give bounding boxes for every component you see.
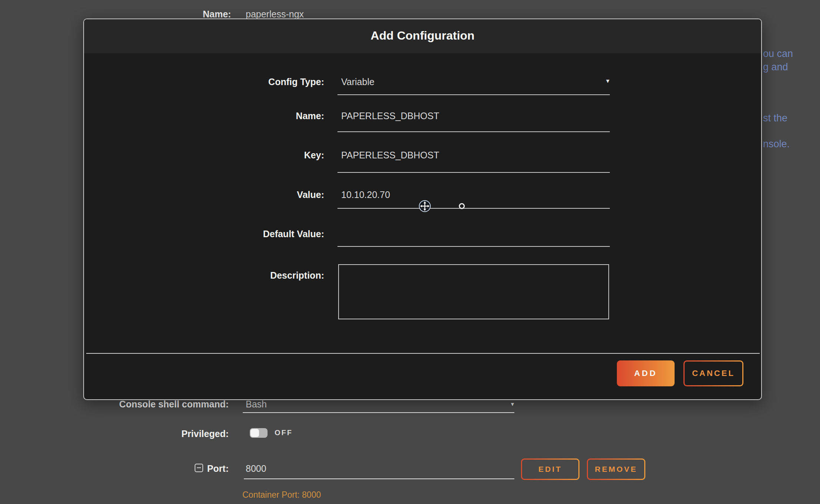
help-text-fragment: g and — [763, 61, 788, 73]
container-name-label: Name: — [203, 9, 231, 20]
default-value-underline — [337, 246, 610, 247]
toggle-knob — [251, 429, 259, 437]
help-text-fragment: ou can — [763, 48, 793, 60]
port-label: Port: — [96, 463, 229, 474]
value-label: Value: — [175, 189, 324, 200]
cancel-button[interactable]: CANCEL — [683, 360, 743, 386]
value-input[interactable]: 10.10.20.70 — [341, 189, 390, 200]
config-type-select[interactable]: Variable — [341, 77, 374, 87]
console-shell-command-select[interactable]: Bash — [246, 399, 267, 410]
console-shell-command-label: Console shell command: — [96, 399, 229, 410]
name-label: Name: — [175, 111, 324, 121]
port-field-underline — [244, 478, 514, 479]
default-value-label: Default Value: — [175, 229, 324, 239]
edit-button[interactable]: EDIT — [521, 458, 579, 480]
container-port-note: Container Port: 8000 — [242, 490, 321, 500]
help-text-fragment: st the — [763, 112, 787, 124]
chevron-down-icon[interactable]: ▼ — [510, 401, 515, 407]
remove-button-label: REMOVE — [588, 460, 644, 479]
chevron-down-icon[interactable]: ▼ — [605, 78, 611, 84]
cancel-button-label: CANCEL — [685, 362, 742, 385]
port-input[interactable]: 8000 — [246, 463, 266, 474]
config-type-label: Config Type: — [175, 77, 324, 87]
remove-button[interactable]: REMOVE — [587, 458, 645, 480]
dialog-header: Add Configuration — [84, 19, 761, 53]
privileged-label: Privileged: — [96, 429, 229, 439]
add-button[interactable]: ADD — [617, 360, 675, 386]
description-label: Description: — [175, 270, 324, 281]
cursor-target-circle — [459, 203, 465, 209]
dialog-title: Add Configuration — [84, 29, 761, 43]
privileged-toggle[interactable] — [250, 428, 268, 438]
footer-divider — [86, 353, 760, 354]
key-input[interactable]: PAPERLESS_DBHOST — [341, 150, 439, 161]
value-underline — [337, 208, 610, 209]
container-name-value: paperless-ngx — [246, 9, 304, 20]
move-cursor-icon — [419, 200, 431, 212]
docker-container-settings-page: Name: paperless-ngx ou can g and st the … — [0, 0, 820, 504]
help-text-fragment: nsole. — [763, 138, 790, 150]
edit-button-label: EDIT — [522, 460, 578, 479]
config-type-underline — [337, 94, 610, 95]
key-label: Key: — [175, 150, 324, 161]
description-textarea[interactable] — [338, 264, 609, 319]
console-field-underline — [243, 412, 514, 413]
key-underline — [337, 172, 610, 173]
privileged-state-label: OFF — [275, 429, 293, 437]
name-underline — [337, 131, 610, 132]
name-input[interactable]: PAPERLESS_DBHOST — [341, 111, 439, 121]
